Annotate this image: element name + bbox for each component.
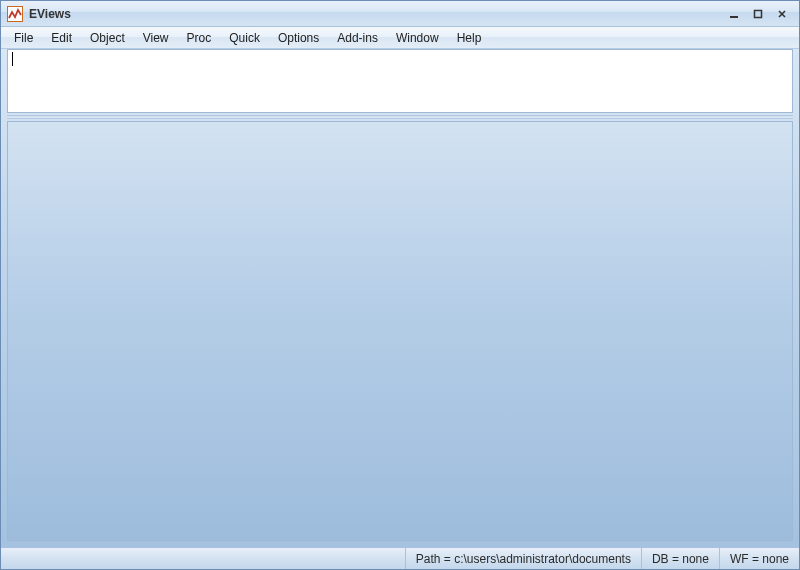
status-spacer xyxy=(1,548,406,569)
status-path[interactable]: Path = c:\users\administrator\documents xyxy=(406,548,642,569)
window-controls xyxy=(723,6,793,22)
maximize-icon xyxy=(753,9,763,19)
maximize-button[interactable] xyxy=(747,6,769,22)
minimize-icon xyxy=(729,9,739,19)
svg-rect-1 xyxy=(730,16,738,18)
menu-edit[interactable]: Edit xyxy=(42,29,81,47)
menu-view[interactable]: View xyxy=(134,29,178,47)
menu-window[interactable]: Window xyxy=(387,29,448,47)
app-icon xyxy=(7,6,23,22)
menu-options[interactable]: Options xyxy=(269,29,328,47)
svg-rect-2 xyxy=(755,10,762,17)
minimize-button[interactable] xyxy=(723,6,745,22)
status-db[interactable]: DB = none xyxy=(642,548,720,569)
close-button[interactable] xyxy=(771,6,793,22)
window-title: EViews xyxy=(29,7,71,21)
menu-proc[interactable]: Proc xyxy=(178,29,221,47)
text-caret xyxy=(12,52,13,66)
client-area xyxy=(1,49,799,547)
statusbar: Path = c:\users\administrator\documents … xyxy=(1,547,799,569)
menu-quick[interactable]: Quick xyxy=(220,29,269,47)
titlebar[interactable]: EViews xyxy=(1,1,799,27)
command-input[interactable] xyxy=(7,49,793,113)
menubar: File Edit Object View Proc Quick Options… xyxy=(1,27,799,49)
app-window: EViews File Edit Object xyxy=(0,0,800,570)
menu-file[interactable]: File xyxy=(5,29,42,47)
status-wf[interactable]: WF = none xyxy=(720,548,799,569)
menu-addins[interactable]: Add-ins xyxy=(328,29,387,47)
mdi-workspace[interactable] xyxy=(7,121,793,541)
menu-help[interactable]: Help xyxy=(448,29,491,47)
menu-object[interactable]: Object xyxy=(81,29,134,47)
pane-divider[interactable] xyxy=(7,115,793,119)
close-icon xyxy=(777,9,787,19)
